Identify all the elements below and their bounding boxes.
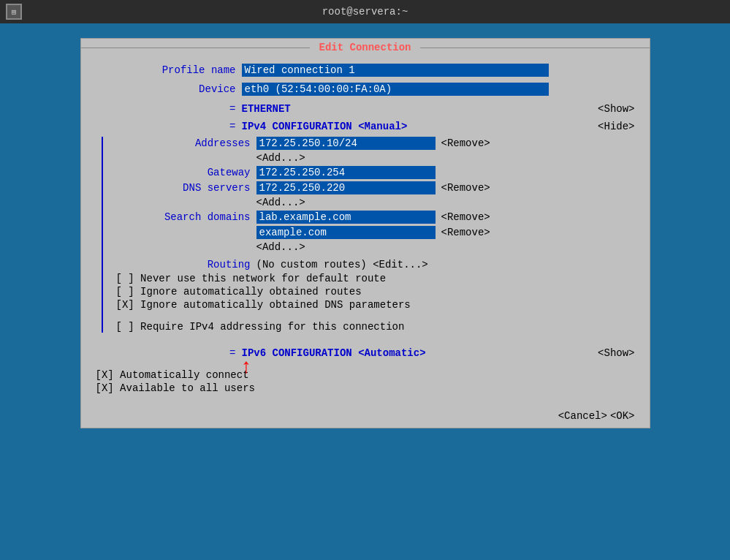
routing-text[interactable]: (No custom routes) <Edit...> bbox=[256, 259, 428, 270]
ipv4-title: IPv4 CONFIGURATION <Manual> bbox=[242, 121, 408, 132]
dialog-titlebar: Edit Connection bbox=[81, 39, 650, 56]
dns-remove[interactable]: <Remove> bbox=[441, 182, 490, 194]
ethernet-section-header: = ETHERNET <Show> bbox=[96, 103, 635, 115]
cancel-button[interactable]: <Cancel> bbox=[558, 410, 607, 422]
search-label: Search domains bbox=[110, 211, 256, 223]
title-border-right bbox=[420, 48, 650, 48]
addresses-label: Addresses bbox=[110, 137, 256, 149]
dns-input[interactable]: 172.25.250.220 bbox=[256, 181, 436, 194]
routing-row: Routing (No custom routes) <Edit...> bbox=[110, 259, 635, 270]
titlebar-title: root@servera:~ bbox=[322, 6, 408, 18]
ipv6-marker: = bbox=[96, 347, 242, 359]
ipv6-section-header: = IPv6 CONFIGURATION <Automatic> <Show> bbox=[96, 347, 635, 359]
profile-name-label: Profile name bbox=[96, 64, 242, 76]
search-remove1[interactable]: <Remove> bbox=[441, 211, 490, 223]
checkbox-ignore-routes[interactable]: [ ] Ignore automatically obtained routes bbox=[110, 286, 635, 298]
profile-name-input[interactable]: Wired connection 1 bbox=[242, 64, 549, 77]
ethernet-marker: = bbox=[96, 103, 242, 115]
device-label: Device bbox=[96, 83, 242, 95]
search-input1[interactable]: lab.example.com bbox=[256, 211, 436, 224]
search-input2[interactable]: example.com bbox=[256, 226, 436, 239]
checkbox-default-route[interactable]: [ ] Never use this network for default r… bbox=[110, 273, 635, 284]
search-domain-row1: Search domains lab.example.com <Remove> bbox=[110, 211, 635, 224]
checkbox-ignore-dns[interactable]: [X] Ignore automatically obtained DNS pa… bbox=[110, 299, 635, 311]
checkbox-require-ipv4[interactable]: [ ] Require IPv4 addressing for this con… bbox=[110, 321, 635, 333]
dns-add[interactable]: <Add...> bbox=[256, 197, 305, 208]
dns-label: DNS servers bbox=[110, 182, 256, 194]
address-add-row: <Add...> bbox=[110, 152, 635, 164]
dialog-content: Profile name Wired connection 1 Device e… bbox=[81, 56, 650, 404]
search-add[interactable]: <Add...> bbox=[256, 241, 305, 253]
window-icon: ⊞ bbox=[6, 4, 22, 20]
search-remove2[interactable]: <Remove> bbox=[441, 227, 490, 238]
spacer2 bbox=[96, 334, 635, 341]
address-remove[interactable]: <Remove> bbox=[441, 137, 490, 149]
ethernet-show[interactable]: <Show> bbox=[598, 103, 634, 115]
search-add-row: <Add...> bbox=[110, 241, 635, 253]
profile-name-row: Profile name Wired connection 1 bbox=[96, 62, 635, 78]
checkbox-all-users[interactable]: [X] Available to all users bbox=[96, 382, 635, 394]
checkbox-auto-connect[interactable]: [X] Automatically connect bbox=[96, 369, 635, 381]
dns-add-row: <Add...> bbox=[110, 197, 635, 208]
dialog-title: Edit Connection bbox=[310, 42, 419, 53]
main-window: Edit Connection Profile name Wired conne… bbox=[80, 38, 650, 428]
ipv4-hide[interactable]: <Hide> bbox=[598, 121, 634, 132]
gateway-input[interactable]: 172.25.250.254 bbox=[256, 166, 436, 179]
spacer1 bbox=[110, 312, 635, 319]
arrow-indicator: ↑ bbox=[240, 357, 253, 378]
device-row: Device eth0 (52:54:00:00:FA:0A) bbox=[96, 81, 635, 97]
device-input[interactable]: eth0 (52:54:00:00:FA:0A) bbox=[242, 83, 549, 96]
gateway-label: Gateway bbox=[110, 167, 256, 178]
ipv6-title: IPv6 CONFIGURATION <Automatic> bbox=[242, 347, 426, 359]
bottom-buttons: <Cancel> <OK> bbox=[81, 404, 650, 428]
ok-button[interactable]: <OK> bbox=[610, 410, 635, 422]
titlebar: ⊞ root@servera:~ bbox=[0, 0, 730, 23]
ipv4-section-content: Addresses 172.25.250.10/24 <Remove> <Add… bbox=[102, 137, 635, 333]
search-domain-row2: example.com <Remove> bbox=[110, 226, 635, 239]
spacer3 bbox=[96, 363, 635, 368]
ipv4-section-header: = IPv4 CONFIGURATION <Manual> <Hide> bbox=[96, 121, 635, 132]
address-add[interactable]: <Add...> bbox=[256, 152, 305, 164]
routing-label: Routing bbox=[110, 259, 256, 270]
ipv6-show[interactable]: <Show> bbox=[598, 347, 634, 359]
gateway-row: Gateway 172.25.250.254 bbox=[110, 166, 635, 179]
dns-row: DNS servers 172.25.250.220 <Remove> bbox=[110, 181, 635, 194]
title-border-left bbox=[81, 48, 311, 48]
ethernet-title: ETHERNET bbox=[242, 103, 291, 115]
addresses-row: Addresses 172.25.250.10/24 <Remove> bbox=[110, 137, 635, 150]
address-input[interactable]: 172.25.250.10/24 bbox=[256, 137, 436, 150]
ipv4-marker: = bbox=[96, 121, 242, 132]
